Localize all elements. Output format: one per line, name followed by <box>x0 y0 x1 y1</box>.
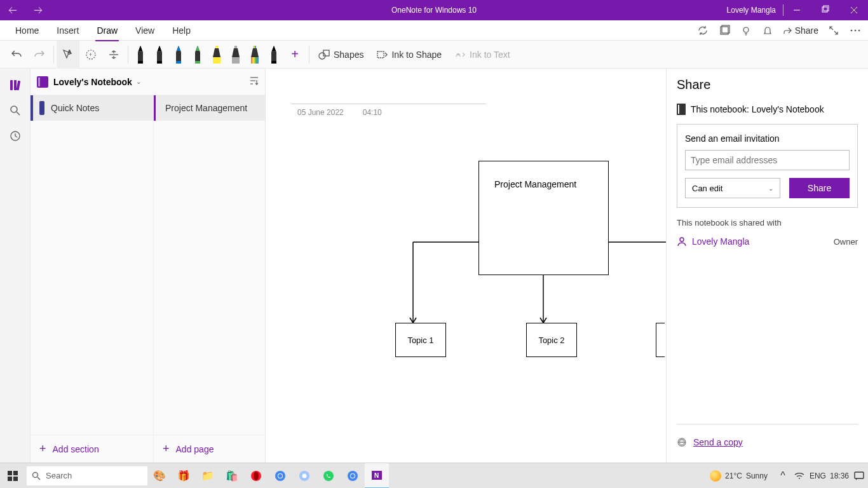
task-chrome-2[interactable] <box>341 463 365 489</box>
fullscreen-icon[interactable] <box>824 20 844 41</box>
ink-to-text-icon <box>454 49 466 60</box>
recent-icon[interactable] <box>0 123 31 149</box>
tab-help[interactable]: Help <box>163 20 200 41</box>
svg-rect-37 <box>254 46 256 48</box>
diagram-topic-1[interactable]: Topic 1 <box>395 323 446 357</box>
clock[interactable]: 18:36 <box>830 471 849 480</box>
svg-rect-58 <box>8 471 12 475</box>
share-panel-title: Share <box>677 78 858 92</box>
tab-view[interactable]: View <box>126 20 163 41</box>
notebook-picker[interactable]: Lovely's Notebook ⌄ <box>31 69 265 95</box>
task-store[interactable]: 🛍️ <box>220 463 244 489</box>
weather-widget[interactable]: 21°C Sunny <box>710 470 768 482</box>
ink-to-text-button: Ink to Text <box>448 41 517 69</box>
permission-value: Can edit <box>692 184 722 193</box>
separator <box>53 46 54 64</box>
tips-icon[interactable] <box>736 20 756 41</box>
redo-button[interactable] <box>28 41 51 69</box>
pen-tool-3[interactable] <box>188 41 207 69</box>
sort-icon[interactable] <box>248 76 259 88</box>
start-button[interactable] <box>0 463 25 489</box>
system-tray: 21°C Sunny ^ ENG 18:36 <box>710 463 868 489</box>
back-button[interactable]: 🡠 <box>0 0 25 20</box>
task-explorer[interactable]: 📁 <box>196 463 220 489</box>
share-notebook-row: This notebook: Lovely's Notebook <box>677 104 858 115</box>
task-chrome[interactable] <box>268 463 292 489</box>
page-date: 05 June 2022 <box>297 108 344 117</box>
task-onenote[interactable]: N <box>365 463 389 489</box>
notifications-icon[interactable] <box>757 20 778 41</box>
pen-tool-2[interactable] <box>169 41 188 69</box>
tab-insert[interactable]: Insert <box>48 20 88 41</box>
add-page-button[interactable]: + Add page <box>154 435 265 463</box>
sync-icon[interactable] <box>693 20 713 41</box>
svg-point-68 <box>278 474 282 478</box>
svg-rect-31 <box>215 46 218 48</box>
svg-line-48 <box>17 112 20 115</box>
minimize-button[interactable] <box>782 0 811 20</box>
page-canvas[interactable]: 05 June 2022 04:10 Project Management To… <box>266 69 666 463</box>
svg-rect-61 <box>13 477 18 481</box>
svg-point-7 <box>743 27 749 32</box>
permission-select[interactable]: Can edit ⌄ <box>685 178 780 198</box>
person-role: Owner <box>834 237 858 247</box>
shapes-label: Shapes <box>334 50 363 60</box>
section-item[interactable]: Quick Notes <box>31 95 153 121</box>
notebooks-icon[interactable] <box>0 72 31 98</box>
diagram-topic-3-partial[interactable] <box>656 323 665 357</box>
diagram-main-box[interactable]: Project Management <box>478 161 609 275</box>
share-button[interactable]: Share <box>779 20 822 41</box>
share-panel: Share This notebook: Lovely's Notebook S… <box>666 69 868 463</box>
email-input[interactable] <box>685 150 850 170</box>
svg-rect-25 <box>176 61 181 64</box>
svg-point-62 <box>33 472 38 477</box>
tab-draw[interactable]: Draw <box>88 20 126 41</box>
lasso-tool[interactable]: + <box>79 41 102 69</box>
search-icon[interactable] <box>0 98 31 123</box>
page-item[interactable]: Project Management <box>154 95 265 121</box>
tab-home[interactable]: Home <box>6 20 48 41</box>
insert-space-tool[interactable] <box>102 41 125 69</box>
share-label: Share <box>795 25 818 36</box>
task-opera[interactable] <box>244 463 268 489</box>
undo-button[interactable] <box>5 41 28 69</box>
forward-button[interactable]: 🡢 <box>25 0 51 20</box>
language-indicator[interactable]: ENG <box>810 471 826 480</box>
svg-marker-30 <box>213 48 220 57</box>
svg-marker-33 <box>232 48 240 57</box>
diagram-topic-2[interactable]: Topic 2 <box>526 323 577 357</box>
add-section-button[interactable]: + Add section <box>31 435 153 463</box>
more-icon[interactable] <box>845 20 865 41</box>
separator <box>128 46 128 64</box>
pen-tool-1[interactable] <box>150 41 169 69</box>
add-pen-button[interactable]: + <box>283 41 306 69</box>
task-app-2[interactable]: 🎁 <box>172 463 196 489</box>
task-whatsapp[interactable] <box>316 463 341 489</box>
wifi-icon[interactable] <box>793 463 806 489</box>
page-mode-icon[interactable] <box>714 20 735 41</box>
shared-person-row[interactable]: Lovely Mangla Owner <box>677 236 858 247</box>
share-submit-button[interactable]: Share <box>789 178 850 198</box>
close-button[interactable] <box>839 0 868 20</box>
send-copy-link[interactable]: Send a copy <box>677 437 743 447</box>
pen-tool-0[interactable] <box>131 41 150 69</box>
svg-rect-2 <box>824 6 829 11</box>
pen-tool-4[interactable] <box>207 41 226 69</box>
taskbar-search[interactable]: Search <box>27 466 147 485</box>
user-name[interactable]: Lovely Mangla <box>727 6 776 15</box>
tray-chevron-icon[interactable]: ^ <box>776 463 789 489</box>
ink-to-shape-button[interactable]: Ink to Shape <box>370 41 448 69</box>
action-center-icon[interactable] <box>853 463 865 489</box>
task-chrome-canary[interactable] <box>292 463 316 489</box>
page-metadata: 05 June 2022 04:10 <box>297 108 382 117</box>
maximize-button[interactable] <box>811 0 839 20</box>
chevron-down-icon: ⌄ <box>136 78 141 85</box>
select-tool[interactable]: A <box>57 41 79 69</box>
pen-tool-7[interactable] <box>264 41 283 69</box>
title-underline <box>291 104 486 104</box>
task-app-1[interactable]: 🎨 <box>147 463 172 489</box>
shapes-button[interactable]: Shapes <box>312 41 370 69</box>
pen-tool-6[interactable] <box>245 41 264 69</box>
share-notebook-label: This notebook: Lovely's Notebook <box>691 104 824 114</box>
pen-tool-5[interactable] <box>226 41 245 69</box>
